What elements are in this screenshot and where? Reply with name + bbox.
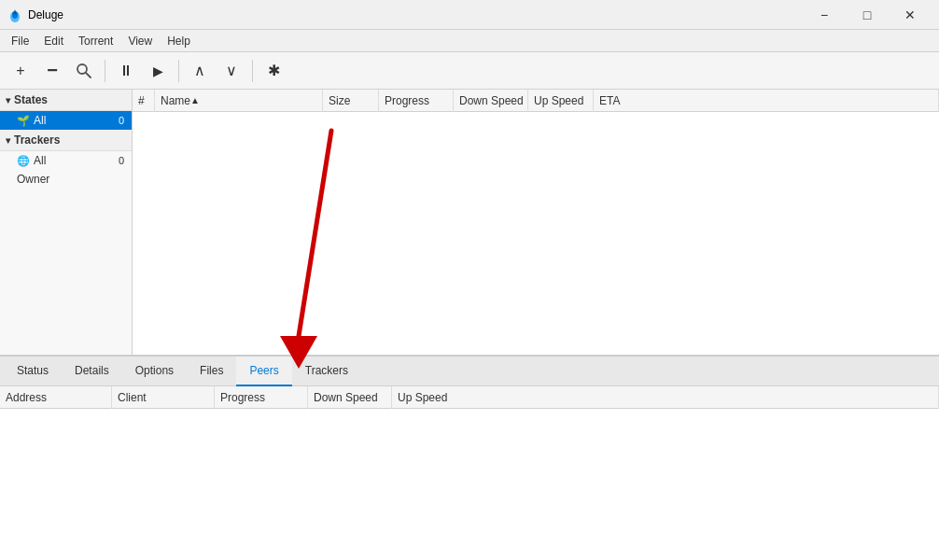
all-trackers-count: 0 [119, 155, 124, 166]
app-icon [7, 7, 22, 22]
col-up-speed[interactable]: Up Speed [528, 90, 594, 112]
peers-col-progress[interactable]: Progress [215, 386, 308, 409]
close-button[interactable]: ✕ [889, 0, 932, 30]
col-eta[interactable]: ETA [594, 90, 939, 112]
bottom-panel: Status Details Options Files Peers Track… [0, 355, 939, 560]
torrent-area: # Name ▲ Size Progress Down Speed Up Spe… [133, 90, 939, 355]
menu-view[interactable]: View [120, 30, 160, 52]
move-down-button[interactable]: ∨ [217, 56, 246, 86]
all-trackers-icon: 🌐 [17, 155, 30, 167]
peers-panel: Address Client Progress Down Speed Up Sp… [0, 386, 939, 560]
svg-line-5 [299, 131, 331, 336]
trackers-arrow-icon: ▾ [6, 135, 10, 146]
tab-options[interactable]: Options [122, 357, 187, 386]
svg-line-4 [86, 73, 91, 77]
toolbar-separator-1 [105, 60, 105, 82]
torrent-header: # Name ▲ Size Progress Down Speed Up Spe… [133, 90, 939, 112]
peers-header: Address Client Progress Down Speed Up Sp… [0, 386, 939, 409]
titlebar: Deluge − □ ✕ [0, 0, 939, 30]
sidebar-item-all-trackers[interactable]: 🌐 All 0 [0, 151, 132, 170]
peers-col-address[interactable]: Address [0, 386, 112, 409]
maximize-button[interactable]: □ [846, 0, 889, 30]
states-section-header[interactable]: ▾ States [0, 90, 132, 111]
trackers-section-header[interactable]: ▾ Trackers [0, 130, 132, 151]
add-button[interactable]: + [6, 56, 35, 86]
peers-col-down-speed[interactable]: Down Speed [308, 386, 392, 409]
menu-file[interactable]: File [4, 30, 36, 52]
col-name[interactable]: Name ▲ [155, 90, 323, 112]
menu-torrent[interactable]: Torrent [71, 30, 120, 52]
col-hash[interactable]: # [133, 90, 155, 112]
minimize-button[interactable]: − [803, 0, 846, 30]
sidebar-item-all-states[interactable]: 🌱 All 0 [0, 111, 132, 130]
all-states-count: 0 [119, 115, 124, 126]
owner-label: Owner [17, 173, 49, 186]
tab-files[interactable]: Files [187, 357, 236, 386]
tab-details[interactable]: Details [62, 357, 122, 386]
move-up-button[interactable]: ∧ [185, 56, 215, 86]
all-states-label: All [34, 114, 46, 127]
resume-button[interactable]: ▶ [143, 56, 173, 86]
states-arrow-icon: ▾ [6, 95, 10, 105]
main-content: ▾ States 🌱 All 0 ▾ Trackers 🌐 All 0 [0, 90, 939, 560]
all-states-icon: 🌱 [17, 115, 30, 127]
col-size[interactable]: Size [323, 90, 379, 112]
col-progress[interactable]: Progress [379, 90, 454, 112]
sort-arrow-icon: ▲ [190, 95, 200, 105]
titlebar-left: Deluge [7, 7, 63, 22]
app-title: Deluge [28, 8, 63, 21]
titlebar-controls: − □ ✕ [803, 0, 932, 30]
states-label: States [14, 93, 48, 106]
peers-col-client[interactable]: Client [112, 386, 215, 409]
red-arrow [271, 121, 355, 355]
toolbar-separator-2 [178, 60, 179, 82]
col-down-speed[interactable]: Down Speed [454, 90, 528, 112]
search-button[interactable] [69, 56, 99, 86]
tab-peers[interactable]: Peers [236, 357, 291, 386]
all-trackers-label: All [34, 154, 46, 167]
pause-button[interactable]: ⏸ [111, 56, 141, 86]
svg-marker-6 [280, 336, 317, 355]
content-area: ▾ States 🌱 All 0 ▾ Trackers 🌐 All 0 [0, 90, 939, 355]
tab-status[interactable]: Status [4, 357, 62, 386]
tab-trackers[interactable]: Trackers [292, 357, 361, 386]
tab-bar: Status Details Options Files Peers Track… [0, 357, 939, 386]
remove-button[interactable]: − [37, 56, 67, 86]
sidebar: ▾ States 🌱 All 0 ▾ Trackers 🌐 All 0 [0, 90, 133, 355]
trackers-label: Trackers [14, 133, 60, 147]
torrent-list [133, 112, 939, 355]
sidebar-item-owner[interactable]: Owner [0, 170, 132, 189]
menu-help[interactable]: Help [160, 30, 198, 52]
peers-col-up-speed[interactable]: Up Speed [392, 386, 939, 409]
menu-edit[interactable]: Edit [36, 30, 71, 52]
toolbar-separator-3 [252, 60, 253, 82]
preferences-button[interactable]: ✱ [259, 56, 288, 86]
toolbar: + − ⏸ ▶ ∧ ∨ ✱ [0, 52, 939, 90]
menubar: File Edit Torrent View Help [0, 30, 939, 52]
peers-list [0, 409, 939, 560]
